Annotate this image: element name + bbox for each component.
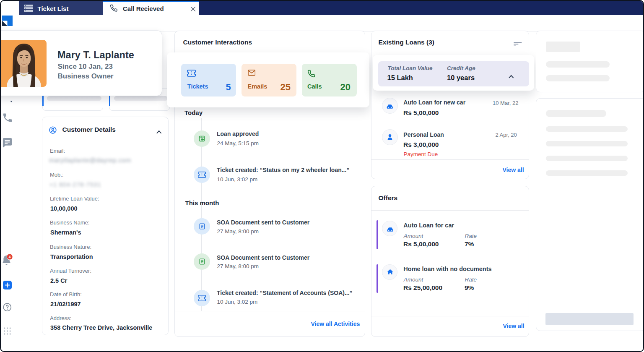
svg-text:4: 4 [9, 255, 11, 259]
